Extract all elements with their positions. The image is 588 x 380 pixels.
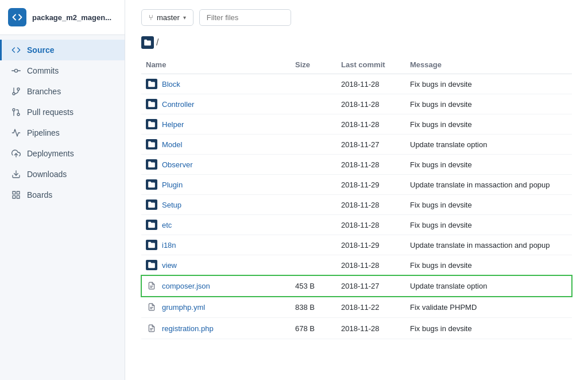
sidebar-item-pipelines[interactable]: Pipelines bbox=[0, 122, 125, 143]
file-link[interactable]: i18n bbox=[162, 241, 176, 250]
sidebar-item-downloads[interactable]: Downloads bbox=[0, 164, 125, 185]
branches-icon bbox=[11, 86, 21, 97]
file-link[interactable]: registration.php bbox=[162, 324, 214, 333]
folder-icon bbox=[146, 199, 157, 210]
sidebar-pr-label: Pull requests bbox=[27, 108, 74, 117]
sidebar-item-deployments[interactable]: Deployments bbox=[0, 143, 125, 164]
file-link[interactable]: Setup bbox=[162, 201, 181, 209]
breadcrumb-path: / bbox=[156, 37, 158, 48]
file-name-cell[interactable]: Plugin bbox=[141, 175, 291, 195]
sidebar-deployments-label: Deployments bbox=[27, 149, 74, 158]
filter-files-input[interactable] bbox=[199, 9, 291, 26]
file-message: Fix bugs in devsite bbox=[405, 114, 572, 135]
table-row[interactable]: composer.json 453 B 2018-11-27 Update tr… bbox=[141, 275, 572, 297]
file-name-cell[interactable]: Helper bbox=[141, 114, 291, 135]
file-size bbox=[291, 175, 336, 195]
file-name-cell[interactable]: registration.php bbox=[141, 318, 291, 339]
folder-icon bbox=[146, 139, 157, 149]
boards-icon bbox=[11, 190, 21, 200]
pipelines-icon bbox=[11, 128, 21, 138]
file-name-cell[interactable]: Model bbox=[141, 135, 291, 155]
branch-label: master bbox=[157, 13, 180, 22]
file-link[interactable]: Observer bbox=[162, 160, 192, 169]
svg-rect-12 bbox=[17, 191, 20, 194]
file-link[interactable]: view bbox=[162, 261, 177, 270]
file-link[interactable]: etc bbox=[162, 221, 172, 229]
file-table: Name Size Last commit Message Block 2018… bbox=[141, 57, 572, 339]
table-row[interactable]: Helper 2018-11-28 Fix bugs in devsite bbox=[141, 114, 572, 135]
folder-icon bbox=[146, 79, 157, 89]
chevron-down-icon: ▾ bbox=[183, 14, 186, 21]
file-link[interactable]: grumphp.yml bbox=[162, 303, 205, 312]
file-size: 678 B bbox=[291, 318, 336, 339]
table-row[interactable]: i18n 2018-11-29 Update translate in mass… bbox=[141, 235, 572, 255]
sidebar-item-branches[interactable]: Branches bbox=[0, 81, 125, 102]
file-size bbox=[291, 135, 336, 155]
table-row[interactable]: Observer 2018-11-28 Fix bugs in devsite bbox=[141, 155, 572, 175]
table-row[interactable]: Controller 2018-11-28 Fix bugs in devsit… bbox=[141, 94, 572, 114]
sidebar-item-boards[interactable]: Boards bbox=[0, 185, 125, 205]
svg-rect-14 bbox=[13, 195, 16, 198]
table-row[interactable]: Setup 2018-11-28 Fix bugs in devsite bbox=[141, 195, 572, 215]
file-message: Fix bugs in devsite bbox=[405, 195, 572, 215]
branch-selector[interactable]: ⑂ master ▾ bbox=[141, 9, 194, 26]
file-link[interactable]: Controller bbox=[162, 100, 194, 109]
table-row[interactable]: etc 2018-11-28 Fix bugs in devsite bbox=[141, 215, 572, 235]
file-size bbox=[291, 74, 336, 94]
file-link[interactable]: composer.json bbox=[162, 282, 210, 290]
folder-icon bbox=[146, 220, 157, 230]
table-row[interactable]: grumphp.yml 838 B 2018-11-22 Fix validat… bbox=[141, 297, 572, 318]
file-name-cell[interactable]: Block bbox=[141, 74, 291, 94]
file-message: Fix validate PHPMD bbox=[405, 297, 572, 318]
deployments-icon bbox=[11, 148, 21, 159]
sidebar: package_m2_magen... Source Commits bbox=[0, 0, 125, 380]
file-last-commit: 2018-11-28 bbox=[336, 155, 405, 175]
downloads-icon bbox=[11, 169, 21, 179]
file-last-commit: 2018-11-28 bbox=[336, 255, 405, 275]
table-row[interactable]: Block 2018-11-28 Fix bugs in devsite bbox=[141, 74, 572, 94]
file-name-cell[interactable]: Observer bbox=[141, 155, 291, 175]
file-message: Update translate option bbox=[405, 275, 572, 297]
table-row[interactable]: view 2018-11-28 Fix bugs in devsite bbox=[141, 255, 572, 275]
file-size bbox=[291, 94, 336, 114]
file-message: Update translate in massaction and popup bbox=[405, 235, 572, 255]
file-link[interactable]: Plugin bbox=[162, 181, 183, 189]
file-link[interactable]: Model bbox=[162, 140, 182, 149]
file-link[interactable]: Block bbox=[162, 80, 180, 89]
breadcrumb: / bbox=[141, 36, 572, 49]
file-size bbox=[291, 215, 336, 235]
pr-icon bbox=[11, 107, 21, 117]
file-message: Fix bugs in devsite bbox=[405, 255, 572, 275]
file-last-commit: 2018-11-28 bbox=[336, 215, 405, 235]
folder-icon bbox=[146, 119, 157, 129]
table-row[interactable]: Model 2018-11-27 Update translate option bbox=[141, 135, 572, 155]
file-name-cell[interactable]: i18n bbox=[141, 235, 291, 255]
file-last-commit: 2018-11-28 bbox=[336, 74, 405, 94]
table-row[interactable]: Plugin 2018-11-29 Update translate in ma… bbox=[141, 175, 572, 195]
file-name-cell[interactable]: composer.json bbox=[141, 275, 291, 297]
file-last-commit: 2018-11-28 bbox=[336, 195, 405, 215]
folder-icon bbox=[146, 179, 157, 190]
file-last-commit: 2018-11-29 bbox=[336, 175, 405, 195]
repo-logo bbox=[8, 8, 26, 26]
col-header-name: Name bbox=[141, 57, 291, 74]
table-row[interactable]: registration.php 678 B 2018-11-28 Fix bu… bbox=[141, 318, 572, 339]
file-size bbox=[291, 195, 336, 215]
commits-icon bbox=[11, 66, 21, 76]
file-name-cell[interactable]: Controller bbox=[141, 94, 291, 114]
svg-rect-11 bbox=[13, 191, 16, 194]
sidebar-item-pull-requests[interactable]: Pull requests bbox=[0, 102, 125, 122]
col-header-size: Size bbox=[291, 57, 336, 74]
file-link[interactable]: Helper bbox=[162, 120, 184, 129]
sidebar-item-source[interactable]: Source bbox=[0, 40, 125, 60]
file-size: 453 B bbox=[291, 275, 336, 297]
file-name-cell[interactable]: etc bbox=[141, 215, 291, 235]
toolbar: ⑂ master ▾ bbox=[141, 9, 572, 26]
file-last-commit: 2018-11-22 bbox=[336, 297, 405, 318]
file-name-cell[interactable]: view bbox=[141, 255, 291, 275]
table-header: Name Size Last commit Message bbox=[141, 57, 572, 74]
file-name-cell[interactable]: Setup bbox=[141, 195, 291, 215]
code-icon bbox=[11, 45, 21, 55]
file-name-cell[interactable]: grumphp.yml bbox=[141, 297, 291, 318]
sidebar-item-commits[interactable]: Commits bbox=[0, 60, 125, 81]
